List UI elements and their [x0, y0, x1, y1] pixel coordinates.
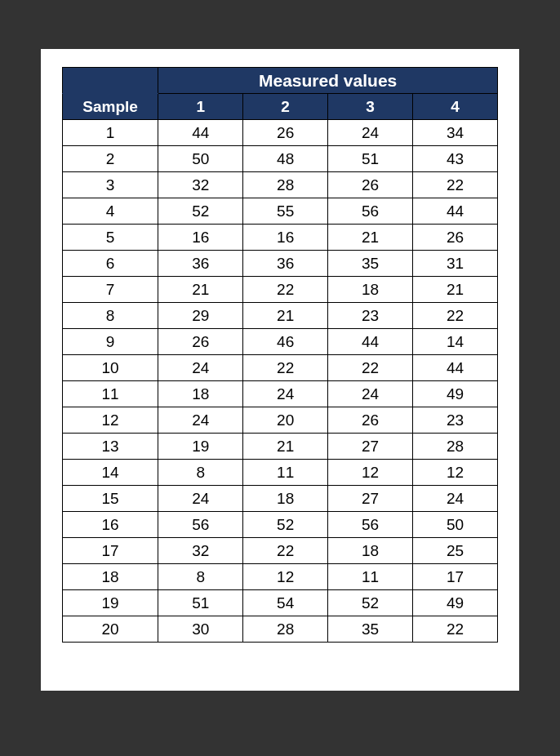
cell-value: 50: [413, 512, 498, 538]
cell-value: 28: [243, 616, 328, 643]
cell-value: 25: [413, 538, 498, 564]
table-row: 144262434: [63, 120, 498, 146]
cell-value: 11: [243, 460, 328, 486]
cell-value: 21: [413, 277, 498, 303]
cell-value: 20: [243, 407, 328, 434]
table-row: 1118242449: [63, 381, 498, 407]
cell-sample: 2: [63, 146, 158, 172]
table-row: 1951545249: [63, 590, 498, 616]
cell-value: 56: [158, 512, 243, 538]
cell-value: 18: [328, 538, 413, 564]
cell-value: 27: [328, 486, 413, 512]
cell-value: 30: [158, 616, 243, 643]
cell-value: 8: [158, 460, 243, 486]
cell-value: 21: [158, 277, 243, 303]
cell-sample: 9: [63, 329, 158, 355]
cell-sample: 18: [63, 564, 158, 590]
table-row: 721221821: [63, 277, 498, 303]
header-col-2: 2: [243, 94, 328, 120]
table-row: 148111212: [63, 460, 498, 486]
cell-value: 24: [328, 120, 413, 146]
table-row: 1732221825: [63, 538, 498, 564]
cell-value: 44: [158, 120, 243, 146]
cell-value: 31: [413, 251, 498, 277]
cell-value: 56: [328, 512, 413, 538]
cell-sample: 6: [63, 251, 158, 277]
cell-value: 28: [243, 172, 328, 198]
cell-value: 17: [413, 564, 498, 590]
header-col-4: 4: [413, 94, 498, 120]
cell-sample: 3: [63, 172, 158, 198]
cell-value: 19: [158, 434, 243, 460]
cell-value: 44: [328, 329, 413, 355]
cell-sample: 17: [63, 538, 158, 564]
cell-value: 22: [413, 616, 498, 643]
cell-value: 24: [243, 381, 328, 407]
cell-value: 24: [413, 486, 498, 512]
cell-value: 21: [243, 303, 328, 329]
cell-value: 32: [158, 538, 243, 564]
header-blank: [63, 68, 158, 94]
cell-sample: 1: [63, 120, 158, 146]
cell-value: 50: [158, 146, 243, 172]
cell-value: 11: [328, 564, 413, 590]
cell-value: 34: [413, 120, 498, 146]
cell-value: 22: [328, 355, 413, 381]
header-title: Measured values: [158, 68, 498, 94]
cell-value: 12: [243, 564, 328, 590]
cell-value: 18: [243, 486, 328, 512]
cell-value: 56: [328, 198, 413, 225]
cell-value: 26: [413, 225, 498, 251]
cell-sample: 4: [63, 198, 158, 225]
cell-value: 32: [158, 172, 243, 198]
table-row: 829212322: [63, 303, 498, 329]
cell-value: 36: [243, 251, 328, 277]
page-background: Measured values Sample 1 2 3 4 144262434…: [0, 0, 560, 756]
cell-value: 16: [243, 225, 328, 251]
cell-sample: 12: [63, 407, 158, 434]
cell-value: 22: [413, 172, 498, 198]
table-row: 1024222244: [63, 355, 498, 381]
cell-value: 21: [328, 225, 413, 251]
table-row: 636363531: [63, 251, 498, 277]
cell-value: 22: [413, 303, 498, 329]
table-row: 1224202623: [63, 407, 498, 434]
cell-value: 54: [243, 590, 328, 616]
cell-value: 22: [243, 355, 328, 381]
cell-value: 36: [158, 251, 243, 277]
cell-value: 49: [413, 381, 498, 407]
cell-value: 52: [158, 198, 243, 225]
cell-value: 23: [328, 303, 413, 329]
table-row: 452555644: [63, 198, 498, 225]
cell-value: 18: [158, 381, 243, 407]
cell-value: 29: [158, 303, 243, 329]
sheet: Measured values Sample 1 2 3 4 144262434…: [41, 49, 519, 691]
table-row: 1319212728: [63, 434, 498, 460]
table-body: 1442624342504851433322826224525556445161…: [63, 120, 498, 643]
cell-value: 12: [413, 460, 498, 486]
cell-value: 27: [328, 434, 413, 460]
cell-value: 8: [158, 564, 243, 590]
table-row: 926464414: [63, 329, 498, 355]
cell-sample: 8: [63, 303, 158, 329]
cell-value: 24: [158, 407, 243, 434]
header-col-3: 3: [328, 94, 413, 120]
cell-value: 24: [328, 381, 413, 407]
cell-sample: 20: [63, 616, 158, 643]
cell-sample: 5: [63, 225, 158, 251]
cell-sample: 7: [63, 277, 158, 303]
cell-value: 43: [413, 146, 498, 172]
cell-value: 52: [328, 590, 413, 616]
cell-value: 24: [158, 355, 243, 381]
cell-value: 44: [413, 198, 498, 225]
cell-value: 21: [243, 434, 328, 460]
cell-value: 35: [328, 251, 413, 277]
cell-value: 23: [413, 407, 498, 434]
cell-value: 51: [328, 146, 413, 172]
cell-value: 14: [413, 329, 498, 355]
table-row: 250485143: [63, 146, 498, 172]
cell-sample: 11: [63, 381, 158, 407]
cell-sample: 13: [63, 434, 158, 460]
cell-value: 46: [243, 329, 328, 355]
cell-value: 55: [243, 198, 328, 225]
